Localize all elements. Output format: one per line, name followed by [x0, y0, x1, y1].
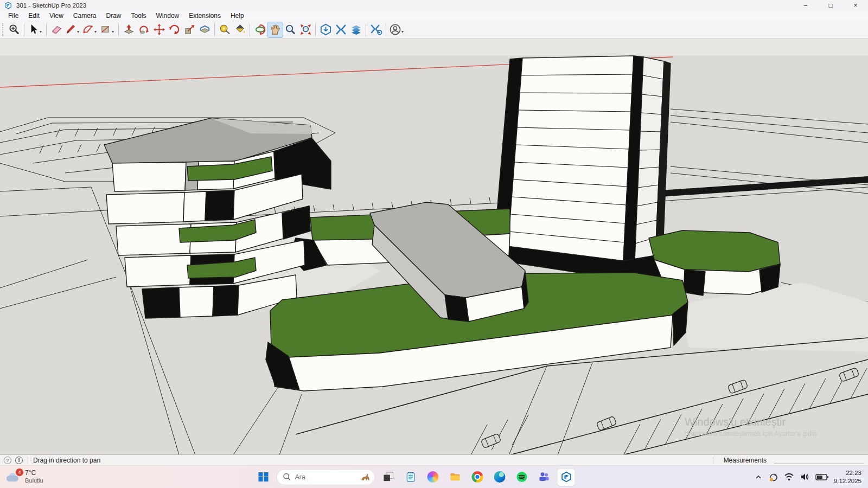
3d-warehouse-button[interactable] — [318, 22, 333, 37]
notepad-button[interactable] — [401, 468, 419, 486]
copilot-button[interactable] — [423, 468, 442, 486]
extension-warehouse-icon — [335, 23, 347, 36]
copilot-icon — [427, 471, 438, 483]
close-button[interactable]: × — [843, 0, 868, 11]
maximize-button[interactable]: □ — [818, 0, 843, 11]
menu-view[interactable]: View — [44, 12, 68, 20]
chrome-button[interactable] — [468, 468, 486, 486]
wifi-icon[interactable] — [784, 472, 794, 482]
offset-icon — [199, 23, 211, 36]
statusbar-separator — [28, 457, 28, 464]
move-icon — [153, 23, 165, 36]
weather-widget[interactable]: 4 7°C Bulutlu — [5, 470, 43, 484]
spotify-button[interactable] — [512, 468, 531, 486]
system-tray: 22:23 9.12.2025 — [754, 469, 868, 485]
offset-tool[interactable] — [197, 22, 212, 37]
toolbar: ▾ ▾ ▾ ▾ — [0, 21, 868, 39]
extension-warehouse-button[interactable] — [333, 22, 348, 37]
move-tool[interactable] — [151, 22, 167, 37]
select-tool[interactable]: ▾ — [27, 22, 44, 37]
eraser-tool[interactable] — [49, 22, 64, 37]
title-bar: 301 - SketchUp Pro 2023 – □ × — [0, 0, 868, 11]
account-button[interactable]: ▾ — [388, 22, 406, 37]
zoom-tool[interactable] — [283, 22, 298, 37]
file-explorer-button[interactable] — [445, 468, 464, 486]
tape-measure-tool[interactable] — [217, 22, 232, 37]
menu-tools[interactable]: Tools — [126, 12, 151, 20]
scale-tool[interactable] — [182, 22, 197, 37]
extension-manager-button[interactable] — [368, 22, 384, 37]
battery-icon[interactable] — [815, 473, 828, 481]
chrome-icon — [471, 471, 483, 483]
zoom-window-icon — [8, 23, 21, 36]
rectangle-dropdown-caret[interactable]: ▾ — [112, 29, 114, 34]
geolocation-status-icon: ? — [4, 457, 11, 464]
menu-help[interactable]: Help — [226, 12, 249, 20]
model-viewport[interactable]: Windows'u etkinleştir Windows'u etkinleş… — [0, 39, 868, 454]
search-highlight-image — [360, 471, 371, 483]
follow-me-tool[interactable] — [136, 22, 151, 37]
volume-icon[interactable] — [800, 472, 810, 482]
rotate-tool[interactable] — [167, 22, 182, 37]
teams-button[interactable] — [534, 468, 553, 486]
arc-tool[interactable]: ▾ — [81, 22, 99, 37]
orbit-tool[interactable] — [252, 22, 267, 37]
menu-draw[interactable]: Draw — [101, 12, 126, 20]
measurements-input[interactable] — [774, 456, 864, 464]
search-input[interactable] — [295, 473, 356, 481]
paint-bucket-tool[interactable] — [232, 22, 247, 37]
edge-icon — [494, 471, 505, 483]
pan-tool[interactable] — [267, 22, 283, 37]
task-view-button[interactable] — [379, 468, 397, 486]
push-pull-tool[interactable] — [121, 22, 136, 37]
toolbar-separator — [46, 23, 47, 36]
menu-edit[interactable]: Edit — [23, 12, 44, 20]
rotate-icon — [168, 23, 181, 36]
menu-file[interactable]: File — [3, 12, 23, 20]
zoom-window-tool[interactable] — [7, 22, 22, 37]
toolbar-separator — [118, 23, 119, 36]
account-icon — [389, 23, 401, 36]
taskbar-center — [254, 466, 575, 488]
sketchup-taskbar-button[interactable] — [557, 468, 575, 486]
activate-windows-watermark: Windows'u etkinleştir — [685, 416, 786, 428]
taskbar: 4 7°C Bulutlu — [0, 465, 868, 488]
sketchup-app-icon — [560, 471, 572, 483]
line-dropdown-caret[interactable]: ▾ — [77, 29, 79, 34]
language-sync-icon[interactable] — [768, 472, 778, 482]
toolbar-separator — [24, 23, 24, 36]
scale-icon — [183, 23, 196, 36]
minimize-button[interactable]: – — [793, 0, 818, 11]
start-button[interactable] — [254, 468, 272, 486]
status-bar: ? i Drag in direction to pan Measurement… — [0, 454, 868, 465]
teams-icon — [538, 471, 550, 483]
select-dropdown-caret[interactable]: ▾ — [40, 29, 42, 34]
windows-logo-icon — [259, 472, 269, 482]
weather-cloud-icon: 4 — [5, 471, 22, 484]
components-button[interactable] — [348, 22, 363, 37]
edge-button[interactable] — [490, 468, 508, 486]
toolbar-separator — [386, 23, 386, 36]
menu-camera[interactable]: Camera — [68, 12, 101, 20]
rectangle-tool[interactable]: ▾ — [99, 22, 116, 37]
clock[interactable]: 22:23 9.12.2025 — [834, 469, 861, 485]
toolbar-grip[interactable] — [2, 23, 5, 36]
follow-me-icon — [138, 23, 150, 36]
rectangle-icon — [99, 23, 112, 36]
line-tool[interactable]: ▾ — [64, 22, 81, 37]
sketchup-window: 301 - SketchUp Pro 2023 – □ × File Edit … — [0, 0, 868, 488]
tool-hint-text: Drag in direction to pan — [33, 457, 100, 464]
spotify-icon — [516, 471, 527, 483]
arc-dropdown-caret[interactable]: ▾ — [94, 29, 97, 34]
menu-extensions[interactable]: Extensions — [184, 12, 226, 20]
select-cursor-icon — [27, 23, 40, 36]
eraser-icon — [50, 23, 63, 36]
pencil-icon — [65, 23, 77, 36]
taskbar-search[interactable] — [276, 469, 375, 485]
account-dropdown-caret[interactable]: ▾ — [401, 29, 404, 34]
zoom-icon — [284, 23, 297, 36]
zoom-extents-tool[interactable] — [298, 22, 313, 37]
menu-window[interactable]: Window — [151, 12, 184, 20]
file-explorer-icon — [449, 471, 461, 483]
tray-chevron-icon[interactable] — [754, 473, 763, 481]
